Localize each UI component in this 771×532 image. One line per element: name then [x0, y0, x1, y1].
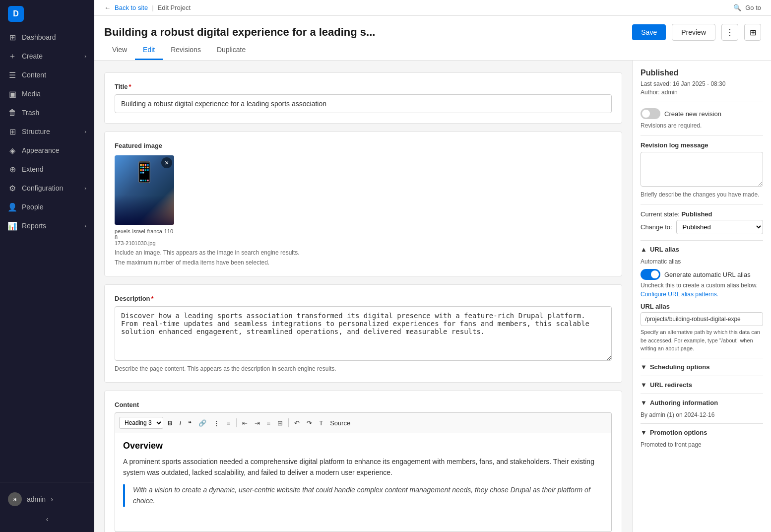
- tab-edit[interactable]: Edit: [135, 41, 163, 60]
- sidebar-logo: D: [0, 0, 94, 28]
- italic-button[interactable]: I: [177, 418, 184, 428]
- title-input[interactable]: [115, 94, 612, 113]
- generate-toggle[interactable]: [641, 269, 660, 280]
- media-icon: ▣: [8, 89, 17, 98]
- admin-user-item[interactable]: a admin ›: [0, 487, 94, 511]
- link-button[interactable]: 🔗: [196, 418, 209, 428]
- back-to-site-link[interactable]: Back to site: [115, 4, 148, 11]
- url-alias-input[interactable]: [641, 312, 763, 326]
- toggle-slider: [641, 108, 660, 119]
- content-label: Content: [115, 401, 612, 408]
- appearance-icon: ◈: [8, 146, 17, 155]
- right-panel: Published Last saved: 16 Jan 2025 - 08:3…: [632, 61, 771, 532]
- change-to-row: Change to: Published Unpublished Draft: [641, 220, 763, 234]
- redo-button[interactable]: ↷: [304, 418, 315, 428]
- heading-select[interactable]: Heading 3 Heading 1 Heading 2 Heading 4 …: [119, 417, 163, 429]
- chevron-down-icon: ▼: [641, 363, 647, 371]
- revision-log-help: Briefly describe the changes you have ma…: [641, 191, 763, 198]
- sidebar-item-extend[interactable]: ⊕ Extend: [0, 160, 94, 179]
- sidebar-item-label: Media: [22, 90, 41, 98]
- content-blockquote: With a vision to create a dynamic, user-…: [123, 484, 603, 507]
- panel-divider: [641, 204, 763, 204]
- sidebar-item-media[interactable]: ▣ Media: [0, 84, 94, 103]
- preview-button[interactable]: Preview: [672, 24, 715, 41]
- admin-label: admin: [27, 495, 46, 503]
- topbar: ← Back to site | Edit Project 🔍 Go to: [94, 0, 771, 16]
- source-button[interactable]: Source: [327, 418, 353, 428]
- description-help: Describe the page content. This appears …: [115, 365, 612, 372]
- title-section: Title *: [104, 72, 622, 124]
- create-revision-toggle[interactable]: [641, 108, 660, 119]
- scheduling-label: Scheduling options: [650, 363, 710, 371]
- sidebar-item-label: Extend: [22, 165, 44, 173]
- title-label: Title *: [115, 83, 612, 90]
- configure-url-patterns-link[interactable]: Configure URL alias patterns.: [641, 291, 763, 298]
- sidebar-item-configuration[interactable]: ⚙ Configuration ›: [0, 179, 94, 198]
- sidebar-item-people[interactable]: 👤 People: [0, 198, 94, 216]
- url-redirects-accordion-header[interactable]: ▼ URL redirects: [641, 376, 763, 394]
- numbered-list-button[interactable]: ≡: [224, 418, 233, 428]
- change-to-select[interactable]: Published Unpublished Draft: [676, 220, 763, 234]
- tab-duplicate[interactable]: Duplicate: [209, 41, 254, 60]
- sidebar-item-label: Content: [22, 71, 46, 79]
- undo-button[interactable]: ↶: [292, 418, 302, 428]
- remove-image-button[interactable]: ×: [161, 157, 172, 168]
- trash-icon: 🗑: [8, 108, 17, 117]
- bullet-list-button[interactable]: ⋮: [211, 418, 222, 428]
- chevron-right-icon: ›: [84, 53, 86, 59]
- collapse-sidebar-button[interactable]: ‹: [0, 511, 94, 527]
- dashboard-icon: ⊞: [8, 33, 17, 42]
- chevron-right-icon: ›: [51, 495, 53, 503]
- blockquote-button[interactable]: ❝: [186, 418, 194, 428]
- revision-log-label: Revision log message: [641, 141, 763, 149]
- sidebar-item-trash[interactable]: 🗑 Trash: [0, 103, 94, 122]
- sidebar-bottom: a admin › ‹: [0, 482, 94, 532]
- description-textarea[interactable]: Discover how a leading sports associatio…: [115, 306, 612, 361]
- promotion-accordion-header[interactable]: ▼ Promotion options: [641, 424, 763, 441]
- extend-icon: ⊕: [8, 165, 17, 174]
- content-heading: Overview: [123, 441, 603, 451]
- authoring-accordion-header[interactable]: ▼ Authoring information: [641, 394, 763, 411]
- sidebar-item-reports[interactable]: 📊 Reports ›: [0, 216, 94, 235]
- url-alias-accordion-header[interactable]: ▲ URL alias: [641, 241, 763, 258]
- indent-out-button[interactable]: ⇤: [240, 418, 250, 428]
- revision-log-textarea[interactable]: [641, 152, 763, 187]
- toolbar-separator: [288, 418, 289, 427]
- editor-toolbar: Heading 3 Heading 1 Heading 2 Heading 4 …: [115, 412, 612, 433]
- align-button[interactable]: ≡: [264, 418, 273, 428]
- table-button[interactable]: ⊞: [275, 418, 285, 428]
- tab-revisions[interactable]: Revisions: [163, 41, 209, 60]
- promotion-section: ▼ Promotion options Promoted to front pa…: [641, 423, 763, 453]
- indent-in-button[interactable]: ⇥: [252, 418, 262, 428]
- back-arrow-icon: ←: [104, 4, 111, 11]
- editor-content[interactable]: Overview A prominent sports association …: [115, 433, 612, 532]
- current-state-label: Current state: Published: [641, 210, 763, 218]
- tabs: View Edit Revisions Duplicate: [94, 41, 771, 61]
- sidebar-item-create[interactable]: ＋ Create ›: [0, 47, 94, 66]
- content-section: Content Heading 3 Heading 1 Heading 2 He…: [104, 391, 622, 532]
- toolbar-separator: [236, 418, 237, 427]
- generate-toggle-row: Generate automatic URL alias: [641, 269, 763, 280]
- chevron-down-icon: ▼: [641, 381, 647, 389]
- revisions-required-note: Revisions are required.: [641, 122, 763, 129]
- bold-button[interactable]: B: [165, 418, 175, 428]
- promotion-info: Promoted to front page: [641, 441, 763, 448]
- author-meta: Author: admin: [641, 89, 763, 96]
- sidebar-item-appearance[interactable]: ◈ Appearance: [0, 141, 94, 160]
- sidebar-item-dashboard[interactable]: ⊞ Dashboard: [0, 28, 94, 47]
- url-alias-section-title: URL alias: [650, 246, 679, 253]
- sidebar-item-content[interactable]: ☰ Content: [0, 66, 94, 84]
- sidebar-item-structure[interactable]: ⊞ Structure ›: [0, 122, 94, 141]
- authoring-body: By admin (1) on 2024-12-16: [641, 411, 763, 423]
- go-to-button[interactable]: 🔍 Go to: [733, 4, 761, 11]
- tab-view[interactable]: View: [104, 41, 135, 60]
- save-button[interactable]: Save: [632, 24, 666, 40]
- url-alias-auto-label: Automatic alias: [641, 258, 763, 265]
- authoring-info: By admin (1) on 2024-12-16: [641, 411, 763, 418]
- strikethrough-button[interactable]: T: [317, 418, 325, 428]
- reports-icon: 📊: [8, 221, 17, 230]
- more-options-button[interactable]: ⋮: [721, 24, 738, 41]
- scheduling-accordion-header[interactable]: ▼ Scheduling options: [641, 358, 763, 376]
- admin-avatar: a: [8, 492, 22, 506]
- layout-toggle-button[interactable]: ⊞: [744, 24, 761, 41]
